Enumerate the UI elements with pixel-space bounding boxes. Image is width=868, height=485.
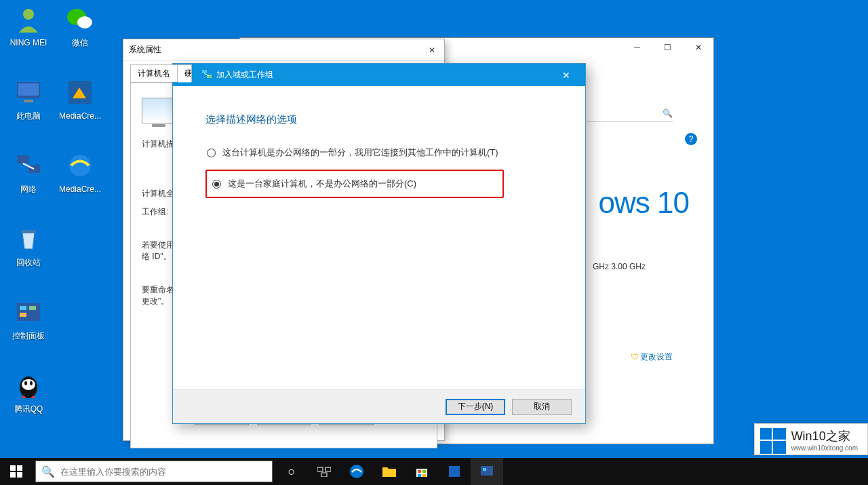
svg-rect-23 bbox=[10, 465, 16, 471]
store-button[interactable] bbox=[406, 458, 438, 485]
recycle-icon bbox=[12, 222, 45, 255]
svg-rect-13 bbox=[20, 306, 26, 310]
change-settings-link[interactable]: 🛡更改设置 bbox=[631, 351, 673, 363]
option-business-network[interactable]: 这台计算机是办公网络的一部分，我用它连接到其他工作中的计算机(T) bbox=[205, 144, 553, 161]
taskbar-search[interactable]: 🔍 bbox=[35, 461, 273, 482]
svg-point-2 bbox=[77, 16, 92, 28]
windows-icon bbox=[10, 465, 22, 478]
desktop-icon-user[interactable]: NING MEI bbox=[3, 3, 54, 47]
wizard-footer: 下一步(N) 取消 bbox=[173, 389, 585, 423]
computer-icon bbox=[12, 76, 45, 109]
svg-rect-24 bbox=[17, 465, 22, 471]
desktop-icon-thispc[interactable]: 此电脑 bbox=[3, 76, 54, 121]
cortana-button[interactable]: ○ bbox=[275, 458, 308, 485]
svg-rect-38 bbox=[483, 468, 486, 471]
shield-icon: 🛡 bbox=[631, 352, 639, 362]
dialog-title: 系统属性 bbox=[129, 44, 161, 56]
desktop-icon-mediacre2[interactable]: MediaCre... bbox=[54, 149, 106, 194]
svg-rect-25 bbox=[10, 472, 16, 478]
help-icon[interactable]: ? bbox=[685, 133, 697, 145]
svg-rect-4 bbox=[18, 83, 39, 96]
dialog-titlebar[interactable]: 系统属性 ✕ bbox=[123, 39, 444, 61]
desktop-icon-label: 网络 bbox=[3, 185, 54, 194]
minimize-button[interactable]: ─ bbox=[622, 38, 652, 57]
svg-rect-27 bbox=[317, 467, 323, 471]
wizard-title: 加入域或工作组 bbox=[216, 69, 273, 81]
maximize-button[interactable]: ☐ bbox=[652, 38, 683, 57]
app-icon bbox=[64, 76, 96, 109]
wizard-title-wrap: 加入域或工作组 bbox=[201, 69, 273, 81]
svg-rect-29 bbox=[321, 473, 327, 477]
windows-logo-icon bbox=[760, 428, 786, 454]
network-icon bbox=[201, 69, 212, 81]
desktop-icon-label: 腾讯QQ bbox=[3, 404, 54, 414]
svg-point-17 bbox=[22, 379, 35, 390]
tab-hardware[interactable]: 硬 bbox=[177, 64, 192, 82]
desktop-icon-wechat[interactable]: 微信 bbox=[54, 3, 106, 47]
svg-rect-5 bbox=[24, 100, 33, 102]
watermark-title: Win10之家 bbox=[791, 428, 858, 444]
desktop-icon-recyclebin[interactable]: 回收站 bbox=[3, 222, 54, 267]
window-controls: ─ ☐ ✕ bbox=[622, 38, 713, 57]
wizard-close-button[interactable]: ✕ bbox=[551, 66, 581, 85]
netid-text2: 络 ID"。 bbox=[142, 252, 172, 261]
desktop-icon-label: 回收站 bbox=[3, 258, 54, 267]
windows10-logo-text: ows 10 bbox=[599, 186, 689, 220]
computer-icon bbox=[142, 98, 174, 123]
join-domain-wizard: ← 加入域或工作组 ✕ 选择描述网络的选项 这台计算机是办公网络的一部分，我用它… bbox=[172, 63, 586, 424]
qq-icon bbox=[12, 369, 45, 402]
controlpanel-icon bbox=[12, 296, 45, 328]
svg-rect-12 bbox=[17, 303, 40, 321]
desktop-icon-label: 微信 bbox=[54, 38, 106, 47]
cancel-button[interactable]: 取消 bbox=[512, 399, 572, 415]
option-home-computer[interactable]: 这是一台家庭计算机，不是办公网络的一部分(C) bbox=[205, 170, 504, 198]
svg-rect-20 bbox=[202, 70, 207, 73]
taskbar: 🔍 ○ bbox=[0, 458, 868, 485]
option-label: 这台计算机是办公网络的一部分，我用它连接到其他工作中的计算机(T) bbox=[222, 147, 498, 159]
radio-icon bbox=[207, 149, 216, 157]
network-icon bbox=[12, 149, 45, 182]
svg-point-0 bbox=[23, 9, 34, 20]
desktop-icon-label: 控制面板 bbox=[3, 331, 54, 341]
desktop-icon-label: MediaCre... bbox=[54, 185, 106, 194]
svg-rect-36 bbox=[449, 466, 460, 477]
wechat-icon bbox=[64, 3, 96, 35]
taskview-button[interactable] bbox=[308, 458, 340, 485]
desktop-icon-label: 此电脑 bbox=[3, 111, 54, 121]
desktop-icon-label: MediaCre... bbox=[54, 111, 106, 121]
svg-rect-15 bbox=[20, 313, 26, 317]
rename-text2: 更改"。 bbox=[142, 296, 169, 306]
start-button[interactable] bbox=[0, 458, 33, 485]
watermark: Win10之家 www.win10xitong.com bbox=[754, 423, 868, 455]
desktop-icon-mediacre1[interactable]: MediaCre... bbox=[54, 76, 106, 121]
ie-icon bbox=[64, 149, 96, 182]
desktop-icon-qq[interactable]: 腾讯QQ bbox=[3, 369, 54, 414]
edge-button[interactable] bbox=[340, 458, 373, 485]
watermark-url: www.win10xitong.com bbox=[791, 444, 858, 452]
option-label: 这是一台家庭计算机，不是办公网络的一部分(C) bbox=[228, 178, 416, 190]
radio-icon-checked bbox=[212, 180, 221, 189]
svg-rect-32 bbox=[418, 470, 421, 473]
svg-rect-26 bbox=[17, 472, 22, 478]
svg-rect-35 bbox=[422, 474, 426, 477]
search-input[interactable] bbox=[60, 467, 272, 477]
explorer-button[interactable] bbox=[373, 458, 406, 485]
svg-rect-34 bbox=[418, 474, 421, 477]
desktop-icon-network[interactable]: 网络 bbox=[3, 149, 54, 194]
cpu-ghz-text: GHz 3.00 GHz bbox=[593, 262, 646, 271]
next-button[interactable]: 下一步(N) bbox=[446, 399, 505, 415]
svg-rect-11 bbox=[21, 230, 36, 233]
wizard-heading: 选择描述网络的选项 bbox=[205, 113, 553, 126]
svg-rect-33 bbox=[422, 470, 426, 473]
wizard-body: 选择描述网络的选项 这台计算机是办公网络的一部分，我用它连接到其他工作中的计算机… bbox=[173, 86, 585, 233]
controlpanel-taskbar-button[interactable] bbox=[471, 458, 503, 485]
app-button[interactable] bbox=[438, 458, 471, 485]
close-button[interactable]: ✕ bbox=[683, 38, 713, 57]
tab-computer-name[interactable]: 计算机名 bbox=[130, 64, 178, 82]
desktop-icon-controlpanel[interactable]: 控制面板 bbox=[3, 296, 54, 341]
svg-rect-14 bbox=[29, 306, 36, 310]
wizard-header[interactable]: ← 加入域或工作组 ✕ bbox=[173, 64, 585, 86]
search-icon: 🔍 bbox=[36, 465, 60, 478]
close-icon[interactable]: ✕ bbox=[425, 43, 439, 57]
svg-rect-7 bbox=[17, 155, 29, 163]
